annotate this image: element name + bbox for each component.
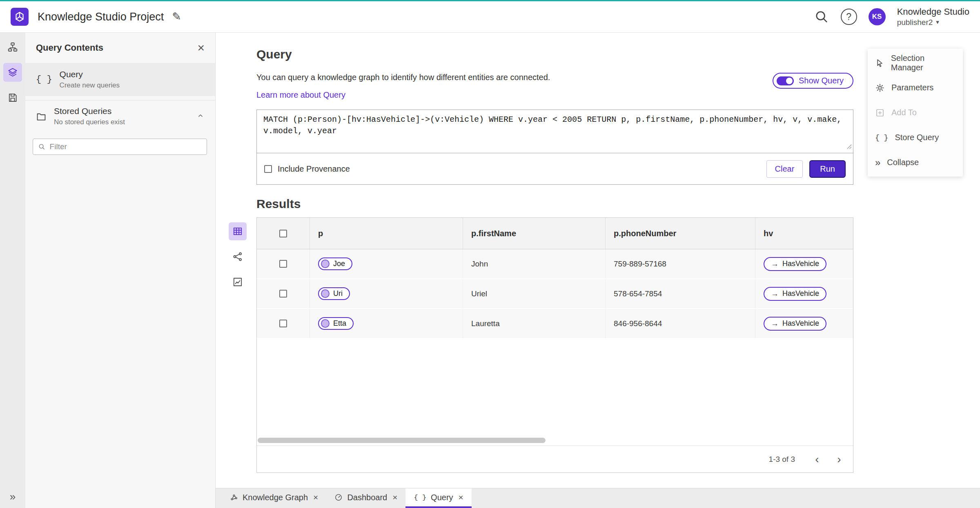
menu-item-collapse[interactable]: » Collapse [868,150,963,175]
cell-phone-number: 846-956-8644 [614,319,662,328]
results-title: Results [256,197,853,211]
node-pill[interactable]: Etta [318,317,354,330]
query-actions-menu: Selection Manager Parameters Add To { } … [868,49,963,177]
menu-item-parameters[interactable]: Parameters [868,75,963,100]
row-checkbox[interactable] [279,260,287,268]
tab-query[interactable]: { } Query × [405,488,471,508]
node-pill[interactable]: Joe [318,257,352,270]
horizontal-scrollbar[interactable] [258,438,546,443]
edge-pill[interactable]: →HasVehicle [764,257,826,271]
include-provenance-label: Include Provenance [278,164,350,174]
left-icon-rail: » [0,33,25,508]
arrow-right-icon: → [771,319,779,328]
dashboard-icon [334,493,343,501]
tab-dashboard[interactable]: Dashboard × [326,488,405,508]
stored-queries-empty-text: No stored queries exist [54,118,125,126]
next-page-icon[interactable]: › [832,452,846,467]
include-provenance-checkbox[interactable] [264,165,272,173]
table-row: Uri Uriel 578-654-7854 →HasVehicle [257,279,853,309]
cell-first-name: Lauretta [471,319,500,328]
close-tab-icon[interactable]: × [313,492,318,502]
table-row: Joe John 759-889-57168 →HasVehicle [257,249,853,279]
query-description: You can query a knowledge graph to ident… [256,73,550,82]
query-editor-panel: MATCH (p:Person)-[hv:HasVehicle]->(v:Veh… [256,110,853,185]
sidebar-title: Query Contents [36,43,103,53]
gear-icon [875,83,885,93]
top-bar: Knowledge Studio Project ✎ ? KS Knowledg… [0,1,980,33]
rail-item-queries[interactable] [3,63,22,82]
user-menu[interactable]: publisher2 ▾ [897,18,969,27]
arrow-right-icon: → [771,260,779,269]
search-icon [38,143,46,151]
search-icon[interactable] [814,9,829,25]
node-pill[interactable]: Uri [318,287,350,300]
graph-icon [230,493,238,501]
sidebar-query-contents: Query Contents × { } Query Create new qu… [25,33,216,508]
node-icon [321,289,330,298]
collapse-icon: » [875,158,880,168]
product-name: Knowledge Studio [897,6,969,18]
pointer-icon [875,58,884,68]
select-all-checkbox[interactable] [279,230,287,237]
rail-item-model-tree[interactable] [3,38,22,56]
column-header[interactable]: p [310,218,463,249]
learn-more-link[interactable]: Learn more about Query [256,90,345,99]
table-header-row: p p.firstName p.phoneNumber hv [257,218,853,249]
clear-button[interactable]: Clear [766,160,803,178]
pagination-count: 1-3 of 3 [769,455,795,464]
show-query-toggle[interactable]: Show Query [773,73,853,89]
column-header[interactable]: hv [755,218,853,249]
column-header[interactable]: p.firstName [463,218,606,249]
cell-phone-number: 759-889-57168 [614,260,666,269]
tab-knowledge-graph[interactable]: Knowledge Graph × [222,488,326,508]
page-title: Query [256,47,853,61]
run-button[interactable]: Run [809,160,846,178]
expand-rail-icon[interactable]: » [0,490,25,503]
rail-item-saved[interactable] [3,88,22,107]
table-pagination: 1-3 of 3 ‹ › [257,445,853,472]
previous-page-icon[interactable]: ‹ [810,452,824,467]
show-query-label: Show Query [799,76,844,85]
close-tab-icon[interactable]: × [392,492,397,502]
table-row: Etta Lauretta 846-956-8644 →HasVehicle [257,309,853,339]
chevron-down-icon: ▾ [936,18,939,26]
braces-icon: { } [875,134,888,142]
sidebar-item-query[interactable]: { } Query Create new queries [25,63,215,96]
chevron-up-icon [196,112,205,121]
filter-input[interactable] [50,142,202,151]
graph-view-icon[interactable] [229,248,247,266]
node-icon [321,319,330,328]
edge-pill[interactable]: →HasVehicle [764,287,826,301]
add-to-icon [875,108,885,118]
row-checkbox[interactable] [279,290,287,298]
stored-queries-section[interactable]: Stored Queries No stored queries exist [25,100,215,132]
folder-icon [36,111,47,122]
chart-view-icon[interactable] [229,273,247,291]
edit-title-icon[interactable]: ✎ [172,10,181,23]
app-logo-icon [11,8,29,26]
help-icon[interactable]: ? [841,9,857,25]
table-view-icon[interactable] [229,222,247,240]
braces-icon: { } [414,494,426,501]
menu-item-store-query[interactable]: { } Store Query [868,125,963,150]
project-title: Knowledge Studio Project [38,11,164,23]
edge-pill[interactable]: →HasVehicle [764,317,826,331]
column-header[interactable]: p.phoneNumber [606,218,755,249]
cell-first-name: John [471,260,488,269]
avatar[interactable]: KS [869,8,886,25]
stored-queries-label: Stored Queries [54,106,125,116]
app-root: Knowledge Studio Project ✎ ? KS Knowledg… [0,0,980,508]
close-tab-icon[interactable]: × [459,492,463,502]
arrow-right-icon: → [771,289,779,298]
filter-field [33,139,207,155]
close-icon[interactable]: × [197,42,205,54]
row-checkbox[interactable] [279,320,287,327]
sidebar-item-description: Create new queries [60,81,120,90]
node-icon [321,260,330,268]
results-table: p p.firstName p.phoneNumber hv Joe John … [256,217,853,473]
query-input[interactable]: MATCH (p:Person)-[hv:HasVehicle]->(v:Veh… [257,110,853,153]
cell-first-name: Uriel [471,289,487,298]
scrollbar-thumb[interactable] [258,438,546,443]
bottom-tab-bar: Knowledge Graph × Dashboard × { } Query … [216,488,980,508]
menu-item-selection-manager[interactable]: Selection Manager [868,50,963,75]
